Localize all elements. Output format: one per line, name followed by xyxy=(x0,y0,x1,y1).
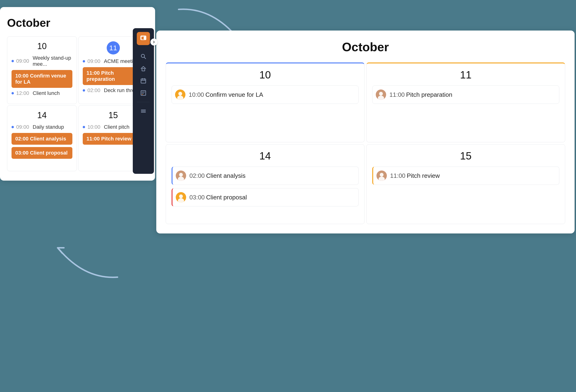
right-event-client-proposal[interactable]: 03:00 Client proposal xyxy=(172,188,359,207)
sidebar-divider xyxy=(137,102,150,102)
left-event-standup: 09:00 Daily standup xyxy=(11,124,72,130)
right-event-pitch-prep[interactable]: 11:00 Pitch preparation xyxy=(372,85,559,104)
left-month-title: October xyxy=(7,16,148,29)
sidebar-item-tasks[interactable] xyxy=(138,88,148,98)
dot-icon xyxy=(83,60,85,62)
svg-point-19 xyxy=(379,92,383,96)
avatar-al-2 xyxy=(176,171,186,181)
calendar-icon xyxy=(140,78,146,84)
home-icon xyxy=(140,66,146,72)
svg-point-22 xyxy=(179,173,183,177)
left-day-card-10: 10 09:00 Weekly stand-up mee... 10:00 Co… xyxy=(7,36,77,104)
dot-icon xyxy=(11,60,14,62)
left-day-number-14: 14 xyxy=(11,110,72,120)
left-chip-confirm-venue[interactable]: 10:00 Confirm venue for LA xyxy=(11,70,72,88)
right-day-number-11: 11 xyxy=(372,69,559,81)
sidebar-item-home[interactable] xyxy=(138,63,148,74)
avatar-jd xyxy=(175,89,185,100)
right-day-card-14: 14 02:00 Client analysis xyxy=(166,144,365,224)
svg-rect-4 xyxy=(142,69,145,71)
avatar-al xyxy=(376,89,386,100)
menu-icon xyxy=(140,108,146,114)
right-day-card-15: 15 11:00 Pitch review xyxy=(366,144,565,224)
right-day-card-10: 10 10:00 Confirm venue for LA xyxy=(166,62,365,142)
right-event-client-analysis[interactable]: 02:00 Client analysis xyxy=(172,166,359,185)
svg-point-16 xyxy=(178,92,182,96)
left-calendar: October 10 09:00 Weekly stand-up mee... … xyxy=(0,7,155,181)
user-avatar-icon-2 xyxy=(376,89,386,100)
sidebar-item-calendar[interactable] xyxy=(138,76,148,86)
task-icon xyxy=(140,90,146,96)
svg-rect-5 xyxy=(141,79,146,83)
user-avatar-icon xyxy=(175,89,185,100)
left-event-client-lunch: 12:00 Client lunch xyxy=(11,90,72,96)
dot-icon xyxy=(83,89,85,92)
flag-icon xyxy=(140,35,147,42)
user-avatar-icon-4 xyxy=(176,192,186,203)
svg-line-3 xyxy=(144,57,146,59)
svg-point-28 xyxy=(380,173,383,177)
right-event-confirm-venue[interactable]: 10:00 Confirm venue for LA xyxy=(172,85,359,104)
right-day-number-14: 14 xyxy=(172,150,359,162)
left-chip-client-analysis[interactable]: 02:00 Client analysis xyxy=(11,133,72,145)
sidebar-expand-button[interactable] xyxy=(150,39,157,46)
right-day-number-15: 15 xyxy=(372,150,559,162)
search-icon xyxy=(140,53,146,59)
right-day-grid: 10 10:00 Confirm venue for LA 11 xyxy=(166,62,565,224)
right-month-title: October xyxy=(166,40,565,54)
left-day-grid: 10 09:00 Weekly stand-up mee... 10:00 Co… xyxy=(7,36,148,171)
avatar-jd-2 xyxy=(176,192,186,203)
dot-icon xyxy=(83,126,85,128)
user-avatar-icon-3 xyxy=(176,171,186,181)
arrow-bottom-decoration xyxy=(47,239,127,282)
right-event-pitch-review[interactable]: 11:00 Pitch review xyxy=(372,166,559,185)
right-day-number-10: 10 xyxy=(172,69,359,81)
sidebar xyxy=(133,28,154,174)
left-event-weekly: 09:00 Weekly stand-up mee... xyxy=(11,55,72,67)
svg-point-25 xyxy=(179,194,183,198)
left-day-card-14: 14 09:00 Daily standup 02:00 Client anal… xyxy=(7,105,77,171)
sidebar-logo[interactable] xyxy=(137,32,150,45)
user-avatar-icon-5 xyxy=(376,171,387,181)
right-day-card-11: 11 11:00 Pitch preparation xyxy=(366,62,565,142)
sidebar-item-search[interactable] xyxy=(138,51,148,61)
right-calendar: October 10 10:00 Confirm venue for LA 11 xyxy=(156,30,575,234)
avatar-al-3 xyxy=(376,171,387,181)
today-badge: 11 xyxy=(107,41,120,54)
left-day-number-10: 10 xyxy=(11,41,72,51)
dot-icon xyxy=(11,92,14,94)
left-chip-client-proposal[interactable]: 03:00 Client proposal xyxy=(11,147,72,159)
dot-icon xyxy=(11,126,14,128)
sidebar-item-menu[interactable] xyxy=(138,106,148,116)
chevron-right-icon xyxy=(152,40,156,44)
